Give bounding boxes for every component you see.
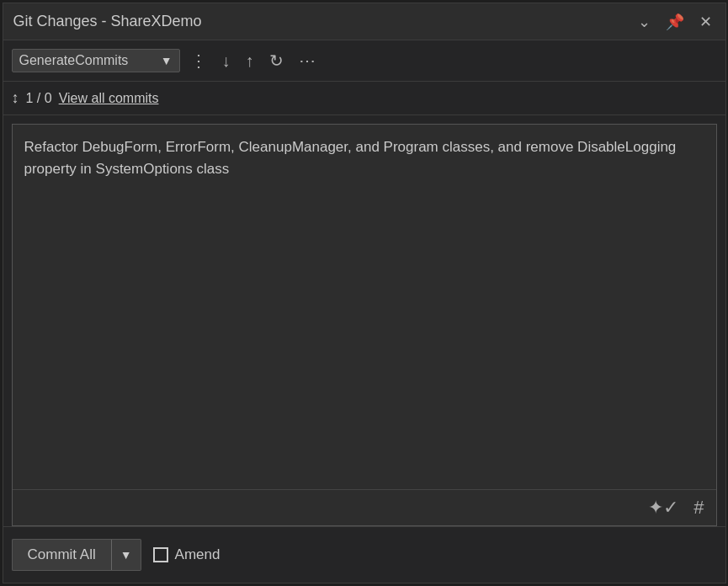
amend-label: Amend [175, 546, 221, 563]
pull-icon: ↓ [222, 51, 231, 71]
title-bar: Git Changes - ShareXDemo ⌄ 📌 ✕ [3, 3, 725, 40]
commits-count: 1 / 0 [26, 91, 52, 106]
amend-checkbox[interactable] [153, 547, 168, 562]
commit-message-text[interactable]: Refactor DebugForm, ErrorForm, CleanupMa… [13, 125, 716, 489]
sync-arrows-icon: ↕ [12, 89, 19, 107]
commit-message-toolbar: ✦✓ # [13, 489, 716, 525]
panel-title: Git Changes - ShareXDemo [13, 13, 202, 30]
commit-dropdown-arrow-icon: ▼ [120, 548, 132, 562]
fetch-button[interactable]: ⋮ [185, 47, 212, 74]
close-icon: ✕ [699, 13, 712, 31]
commit-all-button[interactable]: Commit All [12, 539, 111, 571]
branch-dropdown-arrow: ▼ [161, 54, 173, 67]
hashtag-button[interactable]: # [690, 495, 707, 520]
close-button[interactable]: ✕ [696, 11, 715, 33]
pull-button[interactable]: ↓ [217, 48, 236, 74]
pin-button[interactable]: 📌 [662, 11, 688, 33]
pin-icon: 📌 [666, 13, 684, 31]
commits-row: ↕ 1 / 0 View all commits [3, 82, 725, 115]
branch-dropdown[interactable]: GenerateCommits ▼ [12, 49, 180, 72]
chevron-down-button[interactable]: ⌄ [635, 11, 654, 33]
fetch-icon: ⋮ [190, 51, 207, 71]
push-button[interactable]: ↑ [241, 48, 259, 74]
more-actions-button[interactable]: ⋯ [294, 47, 321, 74]
amend-group: Amend [153, 546, 221, 563]
ai-assist-icon: ✦✓ [648, 497, 678, 518]
branch-name: GenerateCommits [19, 53, 154, 68]
commit-all-dropdown-button[interactable]: ▼ [111, 539, 141, 571]
chevron-down-icon: ⌄ [638, 13, 651, 31]
hashtag-icon: # [693, 497, 704, 518]
commit-message-area: Refactor DebugForm, ErrorForm, CleanupMa… [12, 124, 717, 526]
commit-all-group: Commit All ▼ [12, 539, 141, 571]
title-bar-controls: ⌄ 📌 ✕ [635, 11, 715, 33]
ai-assist-button[interactable]: ✦✓ [645, 495, 682, 520]
view-all-commits-button[interactable]: View all commits [59, 91, 159, 106]
branch-row: GenerateCommits ▼ ⋮ ↓ ↑ ↻ ⋯ [3, 40, 725, 82]
more-actions-icon: ⋯ [299, 51, 316, 71]
sync-icon: ↻ [269, 51, 284, 71]
git-changes-panel: Git Changes - ShareXDemo ⌄ 📌 ✕ GenerateC… [3, 3, 726, 583]
sync-button[interactable]: ↻ [264, 47, 289, 74]
bottom-action-row: Commit All ▼ Amend [3, 526, 725, 583]
push-icon: ↑ [246, 51, 254, 71]
